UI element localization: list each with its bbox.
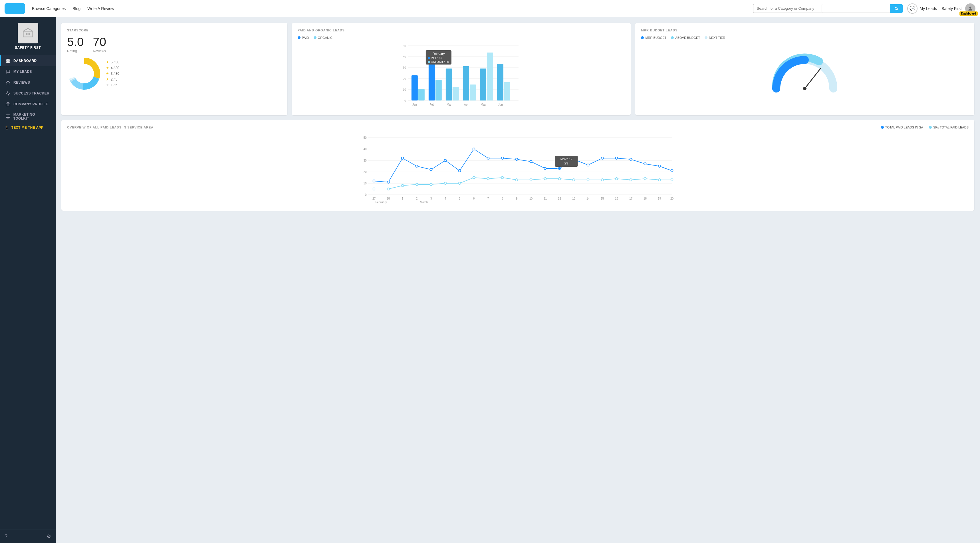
svg-text:Feb: Feb <box>430 103 434 106</box>
settings-icon[interactable]: ⚙ <box>46 533 51 540</box>
svg-point-91 <box>573 179 575 181</box>
sidebar-nav: DASHBOARD MY LEADS REVIEWS SUCCESS TRACK… <box>0 53 56 530</box>
svg-text:Mar: Mar <box>447 103 452 106</box>
svg-point-58 <box>416 165 418 167</box>
total-paid-label: TOTAL PAID LEADS IN SA <box>885 126 923 129</box>
sidebar-item-success-tracker[interactable]: SUCCESS TRACKER <box>0 88 56 99</box>
svg-text:1: 1 <box>402 197 404 200</box>
svg-text:20: 20 <box>402 77 406 81</box>
svg-text:10: 10 <box>402 88 406 91</box>
svg-text:March: March <box>420 201 428 204</box>
svg-point-55 <box>373 180 375 182</box>
svg-rect-6 <box>8 61 10 62</box>
svg-point-57 <box>401 157 404 159</box>
top-cards-row: STARSCORE 5.0 Rating 70 Reviews <box>61 23 974 115</box>
organic-legend-item: ORGANIC <box>313 36 332 40</box>
paid-organic-legend: PAID ORGANIC <box>298 36 625 40</box>
safety-first-link[interactable]: Safety First <box>942 6 962 11</box>
donut-chart <box>67 57 101 91</box>
bar-feb-organic <box>436 80 442 100</box>
svg-text:8: 8 <box>502 197 503 200</box>
svg-text:17: 17 <box>629 197 633 200</box>
svg-text:Apr: Apr <box>464 103 469 106</box>
svg-line-41 <box>805 68 821 89</box>
browse-categories-link[interactable]: Browse Categories <box>32 6 66 11</box>
dashboard-icon <box>5 58 11 64</box>
svg-text:0: 0 <box>365 193 367 196</box>
write-review-link[interactable]: Write A Review <box>88 6 114 11</box>
overview-header: OVERVEIW OF ALL PAID LEADS IN SERVICE AR… <box>67 126 969 133</box>
svg-text:February: February <box>375 201 387 204</box>
location-input[interactable]: Toronto <box>822 4 890 13</box>
svg-point-59 <box>430 169 432 171</box>
sps-total-dot <box>929 126 932 129</box>
blog-link[interactable]: Blog <box>73 6 81 11</box>
my-leads-sidebar-label: MY LEADS <box>13 70 32 74</box>
svg-point-87 <box>516 179 518 181</box>
svg-text:28: 28 <box>387 197 390 200</box>
mrr-budget-label: MRR BUDGET <box>645 36 667 40</box>
my-leads-icon: 💬 <box>907 3 918 14</box>
my-leads-label: My Leads <box>920 6 937 11</box>
sidebar-profile: SAFETY FIRST <box>0 17 56 53</box>
svg-point-66 <box>530 161 532 163</box>
help-icon[interactable]: ? <box>5 533 8 540</box>
svg-point-82 <box>444 182 447 185</box>
svg-text:4: 4 <box>445 197 446 200</box>
overview-title: OVERVEIW OF ALL PAID LEADS IN SERVICE AR… <box>67 126 154 129</box>
starscore-rating: 5.0 <box>67 36 84 48</box>
svg-text:9: 9 <box>516 197 518 200</box>
svg-point-37 <box>428 57 430 59</box>
svg-point-73 <box>630 158 632 161</box>
search-input[interactable] <box>753 4 822 13</box>
text-me-app-label: TEXT ME THE APP <box>11 126 43 130</box>
svg-text:ORGANIC: 50: ORGANIC: 50 <box>431 61 449 64</box>
svg-text:30: 30 <box>363 159 367 162</box>
svg-text:19: 19 <box>658 197 661 200</box>
paid-organic-title: PAID and ORGANIC LEADS <box>298 29 625 32</box>
sidebar-item-reviews[interactable]: REVIEWS <box>0 77 56 88</box>
my-leads-nav[interactable]: 💬 My Leads <box>907 3 937 14</box>
starscore-card: STARSCORE 5.0 Rating 70 Reviews <box>61 23 287 115</box>
svg-point-42 <box>803 87 807 90</box>
svg-text:30: 30 <box>402 66 406 69</box>
svg-marker-7 <box>6 81 10 84</box>
bar-apr-paid <box>463 66 469 100</box>
sidebar-item-marketing-toolkit[interactable]: MARKETING TOOLKIT <box>0 110 56 123</box>
search-button[interactable] <box>890 4 903 13</box>
svg-rect-1 <box>26 33 27 35</box>
svg-point-89 <box>544 178 547 180</box>
bar-may-paid <box>480 68 486 100</box>
sidebar-item-dashboard[interactable]: DASHBOARD <box>0 56 56 66</box>
svg-text:50: 50 <box>363 136 367 139</box>
starscore-reviews-label: Reviews <box>93 49 106 53</box>
gauge-chart <box>641 43 969 100</box>
sidebar-item-my-leads[interactable]: MY LEADS <box>0 66 56 77</box>
mrr-budget-legend-item: MRR BUDGET <box>641 36 667 40</box>
sidebar-item-company-profile[interactable]: COMPANY PROFILE <box>0 99 56 110</box>
svg-text:23: 23 <box>565 161 568 165</box>
mrr-budget-dot <box>641 36 644 39</box>
svg-text:27: 27 <box>372 197 376 200</box>
sidebar: SAFETY FIRST DASHBOARD MY LEADS REVIEWS … <box>0 17 56 543</box>
text-me-app-item[interactable]: 📱 TEXT ME THE APP <box>0 123 56 132</box>
svg-point-39 <box>428 61 430 63</box>
search-bar: Toronto <box>753 4 903 13</box>
marketing-toolkit-label: MARKETING TOOLKIT <box>13 113 51 121</box>
svg-point-84 <box>473 177 475 179</box>
mrr-budget-title: MRR BUDGET LEADS <box>641 29 969 32</box>
logo[interactable] <box>5 3 25 14</box>
svg-text:12: 12 <box>558 197 562 200</box>
total-paid-dot <box>881 126 884 129</box>
svg-text:May: May <box>480 103 486 106</box>
svg-rect-2 <box>28 33 30 35</box>
starscore-title: STARSCORE <box>67 29 282 32</box>
tooltip-dot-highlight <box>558 167 562 170</box>
svg-rect-9 <box>6 115 10 117</box>
paid-organic-card: PAID and ORGANIC LEADS PAID ORGANIC 50 4… <box>292 23 631 115</box>
svg-text:11: 11 <box>544 197 547 200</box>
overview-legend: TOTAL PAID LEADS IN SA SPs TOTAL PAID LE… <box>881 126 969 129</box>
svg-point-67 <box>544 167 547 170</box>
bar-jun-organic <box>504 82 510 100</box>
svg-text:40: 40 <box>363 148 367 151</box>
